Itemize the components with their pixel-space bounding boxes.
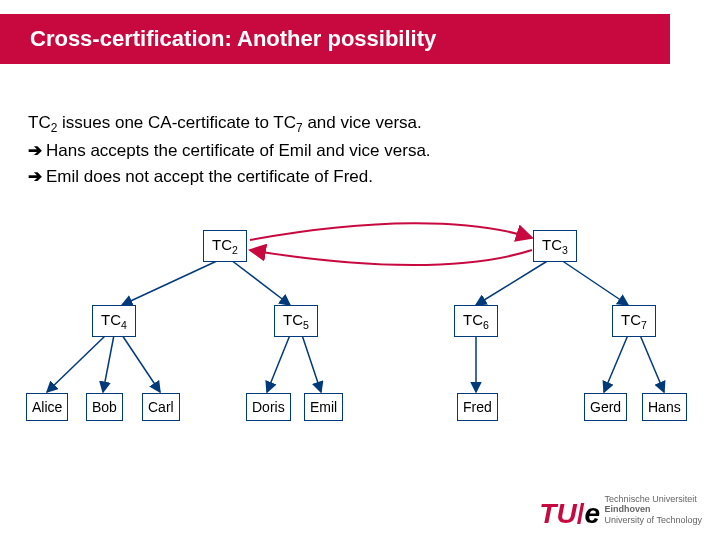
txt: and vice versa. (303, 113, 422, 132)
svg-line-7 (267, 335, 290, 392)
footer-line: Technische Universiteit (605, 494, 702, 505)
node-doris: Doris (246, 393, 291, 421)
txt: Hans accepts the certificate of Emil and… (46, 141, 431, 160)
lbl: TC (101, 311, 121, 328)
node-tc7: TC7 (612, 305, 656, 337)
svg-line-8 (302, 335, 321, 392)
footer: Technische Universiteit Eindhoven Univer… (605, 494, 702, 526)
sub: 4 (121, 319, 127, 331)
node-carl: Carl (142, 393, 180, 421)
sub: 2 (232, 244, 238, 256)
svg-line-2 (476, 260, 549, 305)
body-text: TC2 issues one CA-certificate to TC7 and… (28, 110, 431, 191)
footer-line: Eindhoven (605, 504, 702, 515)
svg-line-4 (47, 335, 106, 392)
txt: Emil does not accept the certificate of … (46, 167, 373, 186)
bullet-arrow-icon: ➔ (28, 167, 42, 186)
sub: 3 (562, 244, 568, 256)
svg-line-0 (122, 260, 219, 305)
sub: 6 (483, 319, 489, 331)
node-hans: Hans (642, 393, 687, 421)
logo: TU/e (539, 498, 600, 530)
node-alice: Alice (26, 393, 68, 421)
node-gerd: Gerd (584, 393, 627, 421)
lbl: TC (621, 311, 641, 328)
slide-title: Cross-certification: Another possibility (0, 14, 670, 64)
node-fred: Fred (457, 393, 498, 421)
footer-line: University of Technology (605, 515, 702, 526)
svg-line-3 (561, 260, 628, 305)
lbl: TC (212, 236, 232, 253)
node-tc5: TC5 (274, 305, 318, 337)
lbl: TC (283, 311, 303, 328)
bullet-arrow-icon: ➔ (28, 141, 42, 160)
logo-e: e (584, 498, 600, 529)
txt: TC (28, 113, 51, 132)
node-emil: Emil (304, 393, 343, 421)
line-3: ➔Emil does not accept the certificate of… (28, 164, 431, 190)
svg-line-10 (604, 335, 628, 392)
logo-tu: TU (539, 498, 576, 529)
tree-diagram: TC2 TC3 TC4 TC5 TC6 TC7 Alice Bob Carl D… (0, 200, 720, 460)
sub: 7 (641, 319, 647, 331)
line-2: ➔Hans accepts the certificate of Emil an… (28, 138, 431, 164)
lbl: TC (463, 311, 483, 328)
txt: issues one CA-certificate to TC (57, 113, 296, 132)
node-tc3: TC3 (533, 230, 577, 262)
node-bob: Bob (86, 393, 123, 421)
svg-line-6 (122, 335, 160, 392)
sub: 7 (296, 121, 303, 135)
node-tc6: TC6 (454, 305, 498, 337)
node-tc2: TC2 (203, 230, 247, 262)
line-1: TC2 issues one CA-certificate to TC7 and… (28, 110, 431, 138)
svg-line-1 (231, 260, 290, 305)
sub: 5 (303, 319, 309, 331)
lbl: TC (542, 236, 562, 253)
svg-line-5 (103, 335, 114, 392)
node-tc4: TC4 (92, 305, 136, 337)
svg-line-11 (640, 335, 664, 392)
